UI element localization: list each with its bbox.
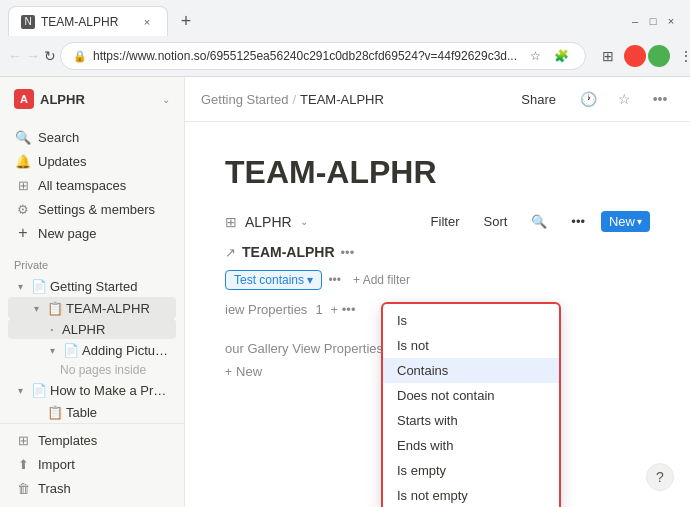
sidebar-item-trash[interactable]: 🗑 Trash: [8, 476, 176, 500]
db-icon: ⊞: [225, 214, 237, 230]
alphr-label: ALPHR: [62, 322, 105, 337]
share-button[interactable]: Share: [511, 88, 566, 111]
db-toolbar: ⊞ ALPHR ⌄ Filter Sort 🔍 ••• New ▾: [225, 211, 650, 232]
section-private-label: Private: [8, 257, 176, 273]
address-bar: ← → ↻ 🔒 https://www.notion.so/6955125ea5…: [0, 36, 690, 76]
test-contains-filter[interactable]: Test contains ▾: [225, 270, 322, 290]
help-button[interactable]: ?: [646, 463, 674, 491]
how-to-make-icon: 📄: [30, 381, 48, 399]
url-actions: ☆ 🧩: [523, 44, 573, 68]
properties-more-icon[interactable]: + •••: [331, 302, 356, 317]
add-filter-button[interactable]: + Add filter: [347, 271, 416, 289]
lock-icon: 🔒: [73, 50, 87, 63]
sidebar-item-adding-pictures[interactable]: ▾ 📄 Adding Pictures to Yo...: [8, 339, 176, 361]
import-icon: ⬆: [14, 455, 32, 473]
sidebar-item-all-teamspaces[interactable]: ⊞ All teamspaces: [8, 173, 176, 197]
search-icon: 🔍: [14, 128, 32, 146]
search-button[interactable]: 🔍: [523, 211, 555, 232]
dropdown-item-is[interactable]: Is: [383, 308, 559, 333]
sidebar-updates-label: Updates: [38, 154, 86, 169]
sidebar-item-updates[interactable]: 🔔 Updates: [8, 149, 176, 173]
filter-button[interactable]: Filter: [423, 211, 468, 232]
sort-button[interactable]: Sort: [475, 211, 515, 232]
alphr-chevron-icon: •: [44, 321, 60, 337]
getting-started-icon: 📄: [30, 277, 48, 295]
dropdown-item-is-not-empty[interactable]: Is not empty: [383, 483, 559, 507]
more-options-icon[interactable]: •••: [646, 85, 674, 113]
sidebar-item-alphr[interactable]: • ALPHR: [8, 319, 176, 339]
trash-label: Trash: [38, 481, 71, 496]
view-more-icon[interactable]: •••: [341, 245, 355, 260]
browser-actions: ⊞ ⋮: [594, 42, 690, 70]
favorite-star-icon[interactable]: ☆: [610, 85, 638, 113]
table-label: Table: [66, 405, 97, 420]
active-tab[interactable]: N TEAM-ALPHR ×: [8, 6, 168, 36]
tab-bar: N TEAM-ALPHR × + – □ ×: [0, 0, 690, 36]
extension-icon-2[interactable]: [648, 45, 670, 67]
bookmark-star-icon[interactable]: ☆: [523, 44, 547, 68]
sidebar-settings-label: Settings & members: [38, 202, 155, 217]
updates-icon: 🔔: [14, 152, 32, 170]
db-chevron-icon[interactable]: ⌄: [300, 216, 308, 227]
dropdown-item-does-not-contain[interactable]: Does not contain: [383, 383, 559, 408]
sidebar-item-table[interactable]: 📋 Table: [8, 401, 176, 423]
sidebar-item-settings[interactable]: ⚙ Settings & members: [8, 197, 176, 221]
topbar-actions: Share 🕐 ☆ •••: [511, 85, 674, 113]
sidebar-item-how-to-make[interactable]: ▾ 📄 How to Make a Progres...: [8, 379, 176, 401]
new-tab-button[interactable]: +: [172, 7, 200, 35]
no-pages-label: No pages inside: [8, 361, 176, 379]
db-name[interactable]: ALPHR: [245, 214, 292, 230]
how-to-make-label: How to Make a Progres...: [50, 383, 172, 398]
add-filter-label: + Add filter: [353, 273, 410, 287]
extension-icon-1[interactable]: [624, 45, 646, 67]
new-row-button[interactable]: New: [236, 364, 262, 379]
extension-puzzle-icon[interactable]: 🧩: [549, 44, 573, 68]
more-options-button[interactable]: ⋮: [672, 42, 690, 70]
tab-favicon: N: [21, 15, 35, 29]
updates-clock-icon[interactable]: 🕐: [574, 85, 602, 113]
tab-close-btn[interactable]: ×: [139, 14, 155, 30]
filter-more-icon[interactable]: •••: [328, 273, 341, 287]
settings-icon: ⚙: [14, 200, 32, 218]
adding-pictures-chevron-icon: ▾: [44, 342, 60, 358]
dropdown-item-ends-with[interactable]: Ends with: [383, 433, 559, 458]
topbar: Getting Started / TEAM-ALPHR Share 🕐 ☆ •…: [185, 77, 690, 122]
maximize-button[interactable]: □: [646, 14, 660, 28]
dropdown-item-is-not[interactable]: Is not: [383, 333, 559, 358]
sidebar-item-team-alphr[interactable]: ▾ 📋 TEAM-ALPHR: [8, 297, 176, 319]
reload-button[interactable]: ↻: [44, 42, 56, 70]
filter-chip-label: Test contains ▾: [234, 273, 313, 287]
dropdown-item-contains[interactable]: Contains: [383, 358, 559, 383]
view-link-icon: ↗: [225, 245, 236, 260]
sidebar-item-getting-started[interactable]: ▾ 📄 Getting Started: [8, 275, 176, 297]
close-window-button[interactable]: ×: [664, 14, 678, 28]
app: A ALPHR ⌄ 🔍 Search 🔔 Updates ⊞ All teams…: [0, 77, 690, 507]
dropdown-item-is-empty[interactable]: Is empty: [383, 458, 559, 483]
breadcrumb: Getting Started / TEAM-ALPHR: [201, 92, 503, 107]
workspace-switcher[interactable]: A ALPHR ⌄: [8, 85, 176, 113]
sidebar-item-templates[interactable]: ⊞ Templates: [8, 428, 176, 452]
sidebar-header: A ALPHR ⌄: [0, 77, 184, 121]
sidebar-item-search[interactable]: 🔍 Search: [8, 125, 176, 149]
how-to-make-chevron-icon: ▾: [12, 382, 28, 398]
browser-chrome: N TEAM-ALPHR × + – □ × ← → ↻ 🔒 https://w…: [0, 0, 690, 77]
extensions-button[interactable]: ⊞: [594, 42, 622, 70]
workspace-icon: A: [14, 89, 34, 109]
back-button[interactable]: ←: [8, 42, 22, 70]
team-alphr-chevron-icon: ▾: [28, 300, 44, 316]
sidebar-item-new-page[interactable]: + New page: [8, 221, 176, 245]
team-alphr-icon: 📋: [46, 299, 64, 317]
dropdown-item-starts-with[interactable]: Starts with: [383, 408, 559, 433]
forward-button[interactable]: →: [26, 42, 40, 70]
page-content: TEAM-ALPHR ⊞ ALPHR ⌄ Filter Sort 🔍 ••• N…: [185, 122, 690, 507]
more-db-options-button[interactable]: •••: [563, 211, 593, 232]
sidebar-private-section: Private ▾ 📄 Getting Started ▾ 📋 TEAM-ALP…: [0, 249, 184, 423]
team-alphr-label: TEAM-ALPHR: [66, 301, 150, 316]
url-bar[interactable]: 🔒 https://www.notion.so/6955125ea56240c2…: [60, 42, 586, 70]
minimize-button[interactable]: –: [628, 14, 642, 28]
new-entry-button[interactable]: New ▾: [601, 211, 650, 232]
new-chevron-icon: ▾: [637, 216, 642, 227]
sidebar-item-import[interactable]: ⬆ Import: [8, 452, 176, 476]
import-label: Import: [38, 457, 75, 472]
new-page-icon: +: [14, 224, 32, 242]
